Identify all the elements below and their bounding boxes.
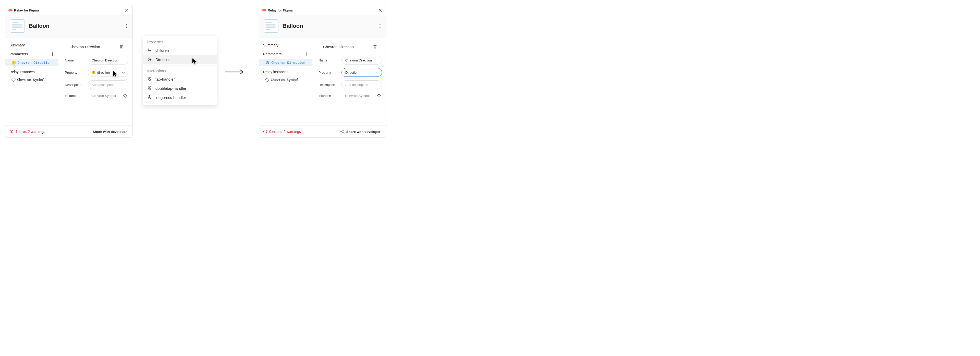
svg-point-0 [126,24,127,25]
popup-group-properties: Properties [143,38,217,46]
doubletap-icon [147,86,152,91]
svg-point-12 [380,27,380,28]
delete-parameter-button[interactable] [372,44,378,50]
sidebar-summary[interactable]: Summary [5,41,59,49]
property-select[interactable]: ! direction [88,68,128,77]
overflow-menu-button[interactable] [125,23,128,29]
locate-instance-button[interactable] [122,92,128,99]
form-section-title: Chevron Direction [69,44,100,49]
description-label: Description [318,83,339,87]
share-with-developer-button[interactable]: Share with developer [85,129,128,134]
sidebar-summary[interactable]: Summary [259,41,312,49]
app-title: Relay for Figma [268,8,293,12]
close-icon [379,8,382,12]
name-input[interactable]: Chevron Direction [88,56,128,65]
overflow-menu-button[interactable] [379,23,382,29]
component-header: Balloon [259,15,386,38]
popup-item-tap-handler[interactable]: tap-handler [143,75,217,84]
app-brand: Relay for Figma [8,8,39,12]
title-bar: Relay for Figma [259,5,386,15]
parameter-form: Chevron Direction Name Chevron Direction… [314,38,386,126]
warning-badge-icon: ! [92,71,95,74]
sidebar-param-chevron-direction[interactable]: ! Chevron Direction [5,59,59,66]
panel-footer: 1 error, 2 warnings Share with developer [5,126,132,137]
close-button[interactable] [377,7,383,13]
longpress-icon [147,95,152,100]
plus-icon [51,52,54,56]
component-thumbnail [10,19,25,33]
close-icon [125,8,128,12]
close-button[interactable] [124,7,129,13]
svg-point-3 [124,94,127,97]
trash-icon [373,44,377,49]
svg-point-16 [341,131,342,132]
direction-icon [147,57,152,62]
instance-icon [265,78,269,82]
relay-panel-before: Relay for Figma Balloon Summary Paramete [5,5,133,138]
instance-icon [11,78,16,82]
sidebar-instance-chevron-symbol[interactable]: Chevron Symbol [259,76,312,83]
property-select[interactable]: Direction [342,68,382,77]
sidebar-instance-chevron-symbol[interactable]: Chevron Symbol [5,76,59,83]
sidebar-relay-instances[interactable]: Relay instances [5,68,59,76]
popup-item-longpress-handler[interactable]: longpress-handler [143,93,217,102]
svg-point-2 [126,27,127,28]
share-icon [86,130,91,134]
share-icon [340,130,344,134]
relay-logo-icon [8,8,13,12]
property-label: Property [65,71,85,75]
status-text[interactable]: 1 error, 2 warnings [10,130,45,134]
add-parameter-button[interactable] [50,51,56,57]
children-icon [147,48,152,52]
parameter-form: Chevron Direction Name Chevron Direction… [60,38,132,126]
sidebar: Summary Parameters ! Chevron Direction R… [5,38,60,126]
status-text[interactable]: 0 errors, 2 warnings [263,130,301,134]
tap-icon [147,77,152,81]
svg-point-14 [378,94,380,97]
component-header: Balloon [5,15,132,38]
sidebar: Summary Parameters Chevron Direction Rel… [259,38,314,126]
description-input[interactable]: Add description [342,80,382,89]
alert-icon [10,130,14,134]
panel-footer: 0 errors, 2 warnings Share with develope… [259,126,386,137]
component-thumbnail [264,19,278,33]
share-with-developer-button[interactable]: Share with developer [339,129,382,134]
delete-parameter-button[interactable] [118,44,124,50]
transition-arrow-icon [224,69,245,75]
title-bar: Relay for Figma [5,5,132,15]
sidebar-parameters[interactable]: Parameters [259,49,312,59]
locate-instance-button[interactable] [376,92,382,99]
warning-badge-icon: ! [12,61,16,65]
instance-label: Instance [65,94,85,98]
popup-item-children[interactable]: children [143,46,217,55]
target-icon [377,94,381,98]
relay-logo-icon [262,8,266,12]
svg-point-6 [89,130,90,131]
popup-item-doubletap-handler[interactable]: doubletap-handler [143,84,217,93]
add-parameter-button[interactable] [304,51,309,57]
svg-point-1 [126,25,127,26]
svg-point-17 [343,130,344,131]
popup-item-direction[interactable]: Direction [143,55,217,64]
property-label: Property [318,71,339,75]
page-title: Balloon [283,23,303,29]
alert-icon [263,130,267,134]
sidebar-param-chevron-direction[interactable]: Chevron Direction [259,59,312,66]
sidebar-relay-instances[interactable]: Relay instances [259,68,312,76]
page-title: Balloon [29,23,49,29]
app-brand: Relay for Figma [262,8,293,12]
name-label: Name [65,59,85,62]
plus-icon [304,52,308,56]
name-label: Name [318,59,339,62]
dots-vertical-icon [126,24,127,28]
relay-panel-after: Relay for Figma Balloon Summary Paramete [259,5,387,138]
dots-vertical-icon [380,24,380,28]
description-input[interactable]: Add description [88,80,128,89]
app-title: Relay for Figma [14,8,39,12]
instance-label: Instance [318,94,339,98]
trash-icon [119,44,123,49]
name-input[interactable]: Chevron Direction [342,56,382,65]
sidebar-parameters[interactable]: Parameters [5,49,59,59]
instance-value: Chevron Symbol [88,94,119,98]
svg-point-7 [89,132,90,133]
